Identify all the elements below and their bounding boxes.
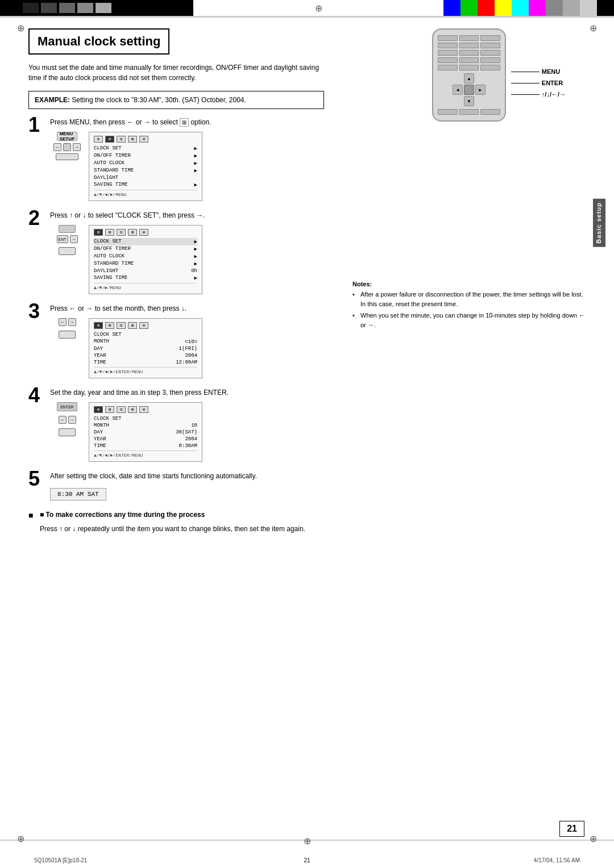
icon-1: ⊕ [94, 136, 103, 143]
note-text-2: When you set the minute, you can change … [360, 311, 586, 329]
page-number-box: 21 [559, 821, 584, 837]
arrows-label-row: ↑/↓/←/→ [511, 91, 566, 98]
reg-mark-top-right: ⊕ [590, 23, 597, 34]
footer-date: 4/17/04, 11:56 AM [534, 857, 580, 863]
clock-display: 8:30 AM SAT [50, 488, 106, 500]
step-3-screen-area: ← → ⊞ ⊞ ⊡ ⊠ ⊗ C [50, 318, 324, 378]
step-4-content: Set the day, year and time as in step 3,… [50, 387, 324, 462]
s2-icon-2: ⊞ [105, 229, 114, 236]
step-4-tv-screen: ⊞ ⊞ ⊡ ⊠ ⊗ CLOCK SET MONTH10 [89, 402, 202, 462]
r-btn-15 [480, 65, 500, 70]
example-box: EXAMPLE: Setting the clock to "8:30 AM",… [28, 91, 324, 109]
color-block-3 [41, 3, 57, 13]
step-5-number: 5 [28, 469, 44, 489]
color-block-6 [96, 3, 111, 13]
example-label: EXAMPLE: [35, 96, 70, 104]
step-1-screen-area: MENUSETUP ← → ⊕ ⊞ ⊡ ⊠ [50, 132, 324, 201]
enter-btn-2: ENT [57, 235, 68, 243]
registration-mark-top: ⊕ [315, 3, 322, 14]
remote-small-btn [56, 153, 78, 160]
left-arrow-btn: ← [53, 143, 61, 151]
s4-icon-1: ⊞ [94, 406, 103, 413]
step-1-number: 1 [28, 115, 44, 135]
r-btn-13 [438, 65, 458, 70]
page-content: Manual clock setting You must set the da… [28, 28, 586, 834]
step-2-tv-screen: ⊞ ⊞ ⊡ ⊠ ⊗ CLOCK SET▶ ON/OFF TIMER▶ [89, 225, 202, 294]
s3-time: TIME12:00AM [94, 359, 197, 366]
color-strip-gray3 [580, 0, 597, 16]
s2-clock-set: CLOCK SET▶ [94, 238, 197, 245]
r-btn-14 [459, 65, 479, 70]
correction-text: Press ↑ or ↓ repeatedly until the item y… [40, 524, 324, 534]
enter-btn-4: ENTER [57, 402, 77, 411]
r-btn-7 [438, 50, 458, 56]
page-number: 21 [567, 824, 577, 833]
notes-section: Notes: • After a power failure or discon… [352, 281, 586, 329]
nav-hint-3: ▲/▼/◄/►/ENTER/MENU [94, 369, 197, 374]
enter-label-line [511, 83, 540, 84]
remote-bottom-buttons [438, 109, 500, 115]
r-bot-3 [480, 109, 500, 115]
color-strip-gray1 [546, 0, 563, 16]
arrow-group-3: ← → [59, 318, 76, 326]
step-5: 5 After setting the clock, date and time… [28, 471, 324, 500]
basic-setup-tab: Basic setup [593, 199, 605, 247]
reg-mark-bottom-center: ⊕ [304, 836, 311, 846]
s3-icon-1: ⊞ [94, 322, 103, 329]
remote-dpad: ▲ ◄ ► ▼ [438, 73, 500, 106]
step-1: 1 Press MENU, then press ← or → to selec… [28, 117, 324, 201]
note-text-1: After a power failure or disconnection o… [360, 290, 586, 308]
example-text: Setting the clock to "8:30 AM", 30th. (S… [72, 96, 246, 104]
step-1-tv-screen: ⊕ ⊞ ⊡ ⊠ ⊗ CLOCK SET▶ ON/OFF TIMER▶ [89, 132, 202, 201]
left-arr-4: ← [59, 416, 67, 424]
r-bot-1 [438, 109, 458, 115]
color-strip-cyan [512, 0, 529, 16]
nav-hint-2: ▲/▼/►/MENU [94, 285, 197, 290]
arrows-label-line [511, 94, 540, 95]
right-column: ▲ ◄ ► ▼ [352, 28, 586, 834]
dpad-left: ◄ [453, 85, 463, 95]
correction-section: ■ ■ To make corrections any time during … [28, 510, 324, 534]
r-btn-3 [480, 35, 500, 41]
left-column: Manual clock setting You must set the da… [28, 28, 324, 834]
step-2-number: 2 [28, 208, 44, 228]
menu-label-row: MENU [511, 68, 566, 75]
arrow-group-4: ← → [59, 416, 76, 424]
s4-day: DAY30(SAT) [94, 429, 197, 436]
remote-bot-btn-2 [59, 247, 76, 255]
r-btn-5 [459, 43, 479, 48]
note-bullet-2: • [352, 311, 358, 320]
step-2-text: Press ↑ or ↓ to select "CLOCK SET", then… [50, 210, 324, 220]
step-2-remote: ENT → [50, 225, 84, 255]
color-strip-yellow [495, 0, 512, 16]
note-bullet-1: • [352, 290, 358, 299]
screen-icons-3: ⊞ ⊞ ⊡ ⊠ ⊗ [94, 322, 197, 329]
bottom-bar-left: 5Q10501A [E]p18-21 [0, 852, 284, 868]
top-bar-left-black [0, 0, 193, 16]
screen-divider-2 [94, 283, 197, 283]
s2-daylight: DAYLIGHT0h [94, 268, 197, 274]
step-1-content: Press MENU, then press ← or → to select … [50, 117, 324, 201]
bottom-color-bar: 5Q10501A [E]p18-21 21 4/17/04, 11:56 AM [0, 852, 614, 868]
footer-page-number: 21 [304, 857, 310, 863]
dpad-right: ► [475, 85, 486, 95]
right-arr-3: → [68, 318, 76, 326]
bullet-square-icon: ■ [28, 510, 38, 521]
icon-3: ⊡ [117, 136, 126, 143]
color-strip-magenta [529, 0, 546, 16]
r-btn-9 [480, 50, 500, 56]
remote-bot-btn-3 [59, 331, 76, 339]
s4-icon-5: ⊗ [139, 406, 148, 413]
r-btn-4 [438, 43, 458, 48]
r-btn-8 [459, 50, 479, 56]
menu-row-standard: STANDARD TIME▶ [94, 167, 197, 174]
arrow-group-1: ← → [53, 143, 81, 151]
arrows-label-text: ↑/↓/←/→ [542, 91, 566, 98]
s3-icon-5: ⊗ [139, 322, 148, 329]
step-4-text: Set the day, year and time as in step 3,… [50, 387, 324, 398]
screen-divider-3 [94, 367, 197, 368]
color-strip-red [478, 0, 495, 16]
right-arr-2: → [70, 235, 78, 243]
s3-icon-2: ⊞ [105, 322, 114, 329]
color-block-2 [23, 3, 39, 13]
